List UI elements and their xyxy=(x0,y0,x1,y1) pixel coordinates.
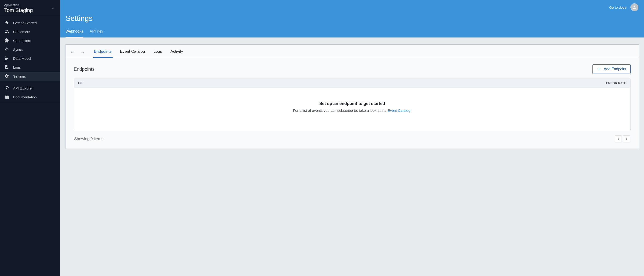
sidebar-item-label: API Explorer xyxy=(13,86,33,90)
tab-event-catalog[interactable]: Event Catalog xyxy=(119,47,146,58)
nav-group-main: Getting Started Customers Connectors Syn… xyxy=(0,17,60,82)
app-name: Tom Staging xyxy=(4,7,33,13)
empty-state-prefix: For a list of events you can subscribe t… xyxy=(293,109,388,112)
main-content: Go to docs Settings Webhooks API Key End… xyxy=(60,0,644,276)
sidebar-item-label: Documentation xyxy=(13,95,37,99)
column-url: URL xyxy=(78,82,84,85)
sidebar-item-label: Syncs xyxy=(13,48,23,52)
sidebar: Application Tom Staging Getting Started … xyxy=(0,0,60,276)
empty-state-title: Set up an endpoint to get started xyxy=(79,101,626,106)
page-title: Settings xyxy=(66,11,638,24)
sidebar-item-documentation[interactable]: Documentation xyxy=(0,93,60,101)
column-error-rate: ERROR RATE xyxy=(606,82,626,85)
page-next-button[interactable] xyxy=(623,135,630,142)
book-icon xyxy=(4,94,9,100)
nav-back-button[interactable] xyxy=(70,50,75,55)
app-label: Application xyxy=(4,3,33,7)
go-to-docs-link[interactable]: Go to docs xyxy=(609,6,626,9)
event-catalog-link[interactable]: Event Catalog xyxy=(388,109,410,112)
empty-state-subtitle: For a list of events you can subscribe t… xyxy=(79,109,626,113)
sidebar-item-label: Customers xyxy=(13,30,30,34)
plus-icon xyxy=(597,67,602,72)
empty-state: Set up an endpoint to get started For a … xyxy=(74,88,630,131)
tab-endpoints[interactable]: Endpoints xyxy=(93,47,112,58)
nav-forward-button[interactable] xyxy=(80,50,86,55)
person-icon xyxy=(632,5,637,10)
sidebar-item-label: Data Model xyxy=(13,57,31,61)
page-header: Go to docs Settings Webhooks API Key xyxy=(60,0,644,38)
sidebar-item-customers[interactable]: Customers xyxy=(0,27,60,36)
empty-state-suffix: . xyxy=(410,109,412,112)
sidebar-item-label: Getting Started xyxy=(13,21,37,25)
add-endpoint-label: Add Endpoint xyxy=(604,67,626,71)
pagination xyxy=(615,135,630,142)
sidebar-item-getting-started[interactable]: Getting Started xyxy=(0,18,60,27)
sidebar-item-logs[interactable]: Logs xyxy=(0,63,60,72)
sidebar-spacer xyxy=(0,103,60,276)
sidebar-item-data-model[interactable]: Data Model xyxy=(0,54,60,63)
app-switcher[interactable]: Application Tom Staging xyxy=(0,0,60,17)
sidebar-item-syncs[interactable]: Syncs xyxy=(0,45,60,54)
sidebar-item-label: Connectors xyxy=(13,39,31,43)
avatar[interactable] xyxy=(630,3,638,11)
microscope-icon xyxy=(4,86,9,91)
puzzle-icon xyxy=(4,38,9,43)
tab-webhooks[interactable]: Webhooks xyxy=(66,27,83,38)
sync-icon xyxy=(4,47,9,52)
sidebar-item-label: Settings xyxy=(13,74,26,78)
tab-api-key[interactable]: API Key xyxy=(90,27,103,38)
home-icon xyxy=(4,20,9,25)
tab-logs[interactable]: Logs xyxy=(152,47,163,58)
tab-activity[interactable]: Activity xyxy=(170,47,184,58)
sidebar-item-settings[interactable]: Settings xyxy=(0,72,60,81)
schema-icon xyxy=(4,56,9,61)
webhooks-panel: Endpoints Event Catalog Logs Activity En… xyxy=(65,44,639,149)
sidebar-item-connectors[interactable]: Connectors xyxy=(0,36,60,45)
section-title: Endpoints xyxy=(74,67,94,72)
nav-group-secondary: API Explorer Documentation xyxy=(0,82,60,103)
page-prev-button[interactable] xyxy=(615,135,622,142)
add-endpoint-button[interactable]: Add Endpoint xyxy=(592,64,631,74)
search-doc-icon xyxy=(4,65,9,70)
sidebar-item-label: Logs xyxy=(13,65,21,69)
chevron-down-icon xyxy=(51,6,56,11)
gear-icon xyxy=(4,74,9,79)
endpoints-table: URL ERROR RATE Set up an endpoint to get… xyxy=(74,79,631,131)
people-icon xyxy=(4,29,9,34)
sidebar-item-api-explorer[interactable]: API Explorer xyxy=(0,84,60,93)
settings-tabs: Webhooks API Key xyxy=(66,27,638,38)
pagination-status: Showing 0 items xyxy=(74,137,104,141)
